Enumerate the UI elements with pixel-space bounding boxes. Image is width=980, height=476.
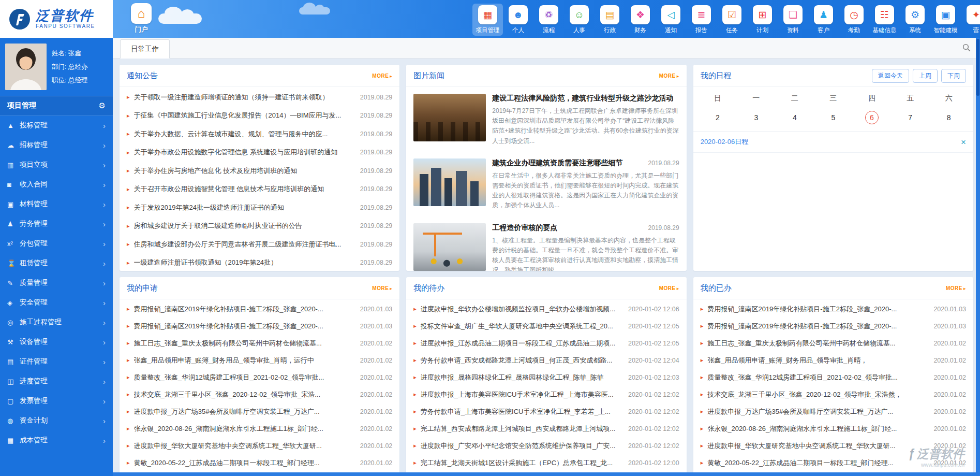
top-nav-item[interactable]: ☷ 基础信息 xyxy=(869,4,900,36)
list-item[interactable]: 质量整改_张鑫_华润12城房建工程项目_2021-02-02_领导审批... 2… xyxy=(120,369,399,386)
top-nav-item[interactable]: ☑ 任务 xyxy=(717,4,747,36)
news-item[interactable]: 建设工程法律风险防范，建筑行业转型升级之路沙龙活动 2019年7月27日下午，土… xyxy=(406,87,686,152)
sidebar-menu-item[interactable]: ▢ 发票管理 xyxy=(0,391,113,411)
calendar-date[interactable]: 2 xyxy=(699,111,737,124)
top-nav-item[interactable]: ❏ 资料 xyxy=(778,4,808,36)
top-nav-item[interactable]: ▣ 智能建模 xyxy=(930,4,961,36)
list-item[interactable]: 关于发放2019年第24批一级建造师注册证书的通知 2019.08.29 xyxy=(120,198,399,217)
calendar-date[interactable]: 3 xyxy=(737,111,775,124)
sidebar-menu-item[interactable]: ▣ 材料管理 xyxy=(0,194,113,214)
calendar-date[interactable]: 5 xyxy=(814,111,852,124)
gear-icon[interactable]: ⚙ xyxy=(99,101,106,110)
list-item[interactable]: 质量整改_张鑫_华润12城房建工程项目_2021-02-02_领导审批... 2… xyxy=(693,369,973,386)
list-item[interactable]: 房和城乡建设厅关于取消二级建造师临时执业证书的公告 2019.08.29 xyxy=(120,217,399,236)
sidebar-menu-item[interactable]: ◈ 安全管理 xyxy=(0,293,113,312)
list-item[interactable]: 施工日志_张鑫_重庆太极制药有限公司亳州中药材仓储物流基... 2020.01.… xyxy=(693,335,973,352)
calendar-nav-button[interactable]: 返回今天 xyxy=(872,69,909,83)
top-nav-item[interactable]: ♟ 客户 xyxy=(808,4,839,36)
list-item[interactable]: 费用报销_潼南区2019年绿化补贴项目-施工2标段_张鑫_2020-... 20… xyxy=(693,300,973,318)
close-icon[interactable]: × xyxy=(961,138,966,147)
more-button[interactable]: MORE xyxy=(946,285,966,291)
vertical-scrollbar[interactable] xyxy=(976,38,980,476)
sidebar-menu-item[interactable]: ▲ 投标管理 xyxy=(0,116,113,135)
top-nav-item[interactable]: ◁ 通知 xyxy=(656,4,686,36)
list-item[interactable]: 张永银_2020-08-26_湖南洞庭湖水库引水工程施工1标_部门经... 20… xyxy=(693,420,973,437)
news-item[interactable]: 建筑企业办理建筑资质需要注意哪些细节 2019.08.29 在日常生活中，很多人… xyxy=(406,152,686,217)
top-nav-item[interactable]: ▦ 项目管理 xyxy=(472,4,503,36)
top-nav-item[interactable]: ♽ 流程 xyxy=(533,4,564,36)
list-item[interactable]: 进度款申报_华软大厦研究基地中央空调系统工程_华软大厦研... 2020.01.… xyxy=(693,437,973,454)
sidebar-menu-item[interactable]: ⚒ 设备管理 xyxy=(0,332,113,352)
more-button[interactable]: MORE xyxy=(659,73,679,79)
sidebar-menu-item[interactable]: ◍ 资金计划 xyxy=(0,411,113,430)
top-nav-item[interactable]: ☻ 个人 xyxy=(503,4,533,36)
top-nav-item[interactable]: ◷ 考勤 xyxy=(839,4,869,36)
sidebar-menu-item[interactable]: ♟ 劳务管理 xyxy=(0,214,113,234)
list-item[interactable]: 黄敏_2020-05-22_江苏成品油二期项目一标段工程_部门经理... 202… xyxy=(120,454,399,471)
calendar-nav-button[interactable]: 上周 xyxy=(913,69,938,83)
list-item[interactable]: 一级建造师注册证书领取通知（2019年第24批） 2019.08.29 xyxy=(120,254,399,271)
list-item[interactable]: 费用报销_潼南区2019年绿化补贴项目-施工2标段_张鑫_2020-... 20… xyxy=(120,318,399,335)
news-item[interactable]: 工程造价审核的要点 2019.08.29 1、核准工程量。工程量是编制决算最基本… xyxy=(406,217,686,271)
sidebar-menu-item[interactable]: x² 分包管理 xyxy=(0,234,113,253)
calendar-nav-button[interactable]: 下周 xyxy=(941,69,966,83)
calendar-date[interactable]: 4 xyxy=(776,111,814,124)
list-item[interactable]: 进度款申报_华软办公楼增加视频监控项目_华软办公楼增加视频... 2020-01… xyxy=(406,300,686,318)
list-item[interactable]: 费用报销_潼南区2019年绿化补贴项目-施工2标段_张鑫_2020-... 20… xyxy=(120,300,399,318)
list-item[interactable]: 完工结算_龙湖天街城1区设计采购施工（EPC）总承包工程_龙... 2020-0… xyxy=(406,454,686,471)
list-item[interactable]: 关于举办市政公用设施数字化管理信息 系统建设与应用培训班的通知 2019.08.… xyxy=(120,143,399,162)
list-item[interactable]: 进度款申报_上海市美容医院ICU手术室净化工程_上海市美容医... 2020-0… xyxy=(406,386,686,403)
sidebar-menu-item[interactable]: ⌛ 租赁管理 xyxy=(0,253,113,273)
list-item[interactable]: 费用报销_潼南区2019年绿化补贴项目-施工2标段_张鑫_2020-... 20… xyxy=(693,318,973,335)
list-item[interactable]: 关于召开市政公用设施智慧化管理 信息技术与应用培训班的通知 2019.08.29 xyxy=(120,180,399,199)
top-nav-item[interactable]: ☺ 人事 xyxy=(564,4,595,36)
list-item[interactable]: 进度款申报_万达广场35#会所及咖啡厅空调安装工程_万达广... 2020.01… xyxy=(120,403,399,420)
top-nav-item[interactable]: ⚙ 系统 xyxy=(900,4,930,36)
list-item[interactable]: 于征集《中国建筑施工行业信息化发展报告（2014）—BIM应用与发... 201… xyxy=(120,107,399,125)
top-nav-item[interactable]: ≣ 报告 xyxy=(686,4,717,36)
sidebar-menu-item[interactable]: ◙ 收入合同 xyxy=(0,175,113,194)
list-item[interactable]: 关于举办住房与房地产信息化 技术及应用培训班的通知 2019.08.29 xyxy=(120,162,399,180)
scrollbar-thumb[interactable] xyxy=(976,39,979,96)
nav-item-portal[interactable]: ⌂ 门户 xyxy=(126,3,156,34)
more-button[interactable]: MORE xyxy=(659,285,679,291)
calendar-date[interactable]: 7 xyxy=(891,111,929,124)
list-item[interactable]: 技术交底_龙湖三千里小区_张鑫_2020-12-02_领导审批_宋浩然， 202… xyxy=(693,386,973,403)
top-nav-item[interactable]: ▤ 行政 xyxy=(595,4,625,36)
top-nav-item[interactable]: ❖ 财务 xyxy=(625,4,656,36)
list-item[interactable]: 关于举办大数据、云计算在城市建设、规划、管理与服务中的应... 2019.08.… xyxy=(120,125,399,143)
sidebar-menu-item[interactable]: ▤ 证件管理 xyxy=(0,352,113,371)
list-item[interactable]: 张鑫_用品领用申请_账簿_财务用品_领导审批_肖晴， 2020.01.02 xyxy=(693,352,973,369)
list-item[interactable]: 投标文件审查_胡广生_华软大厦研究基地中央空调系统工程_20... 2020-0… xyxy=(406,318,686,335)
list-item[interactable]: 黄敏_2020-05-22_江苏成品油二期项目一标段工程_部门经理... 202… xyxy=(693,454,973,471)
list-item[interactable]: 进度款申报_华软大厦研究基地中央空调系统工程_华软大厦研... 2020.01.… xyxy=(120,437,399,454)
list-item[interactable]: 张永银_2020-08-26_湖南洞庭湖水库引水工程施工1标_部门经... 20… xyxy=(120,420,399,437)
calendar-date[interactable]: 8 xyxy=(930,111,968,124)
top-nav-item[interactable]: ⊞ 计划 xyxy=(747,4,778,36)
sidebar-menu-item[interactable]: ✎ 质量管理 xyxy=(0,273,113,293)
calendar-date[interactable]: 6 xyxy=(853,111,891,124)
list-item[interactable]: 进度款申报_晟格园林绿化工程_晟格园林绿化工程_陈菲_陈菲 2020-01-02… xyxy=(406,369,686,386)
list-item[interactable]: 关于领取一级注册建造师增项证的通知（须持一建证书前来领取） 2019.08.29 xyxy=(120,88,399,107)
list-item[interactable]: 住房和城乡建设部办公厅关于同意吉林省开展二级建造师注册证书电... 2019.0… xyxy=(120,235,399,254)
more-button[interactable]: MORE xyxy=(372,285,392,291)
list-item[interactable]: 施工日志_张鑫_重庆太极制药有限公司亳州中药材仓储物流基... 2020.01.… xyxy=(120,335,399,352)
tab-daily-work[interactable]: 日常工作 xyxy=(120,39,170,59)
sidebar-menu-item[interactable]: ◎ 施工过程管理 xyxy=(0,312,113,332)
list-item[interactable]: 张鑫_用品领用申请_账簿_财务用品_领导审批_肖晴，运行中 2020.01.02 xyxy=(120,352,399,369)
sidebar-menu-item[interactable]: ▦ 成本管理 xyxy=(0,430,113,450)
search-icon[interactable] xyxy=(962,44,971,54)
list-item[interactable]: 劳务付款申请_上海市美容医院ICU手术室净化工程_李若若_上... 2020-0… xyxy=(406,403,686,420)
sidebar-menu-item[interactable]: ☁ 招标管理 xyxy=(0,135,113,155)
horizontal-scrollbar[interactable] xyxy=(113,472,976,476)
top-nav-item[interactable]: ✦ 营 xyxy=(961,4,980,36)
list-item[interactable]: 技术交底_龙湖三千里小区_张鑫_2020-12-02_领导审批_宋浩... 20… xyxy=(120,386,399,403)
list-item[interactable]: 劳务付款申请_西安成都路龙潭上河城项目_何正茂_西安成都路... 2020-01… xyxy=(406,352,686,369)
list-item[interactable]: 进度款申报_万达广场35#会所及咖啡厅空调安装工程_万达广... 2020.01… xyxy=(693,403,973,420)
list-item[interactable]: 进度款申报_江苏成品油二期项目一标段工程_江苏成品油二期项... 2020-01… xyxy=(406,335,686,352)
list-item[interactable]: 完工结算_西安成都路龙潭上河城项目_西安成都路龙潭上河城项... 2020-01… xyxy=(406,420,686,437)
list-item[interactable]: 进度款申报_广安邓小平纪念馆安全防范系统维护保养项目_广安... 2020-01… xyxy=(406,437,686,454)
sidebar-menu-item[interactable]: ▥ 项目立项 xyxy=(0,155,113,175)
more-button[interactable]: MORE xyxy=(372,73,392,79)
sidebar-menu-item[interactable]: ◫ 进度管理 xyxy=(0,371,113,391)
